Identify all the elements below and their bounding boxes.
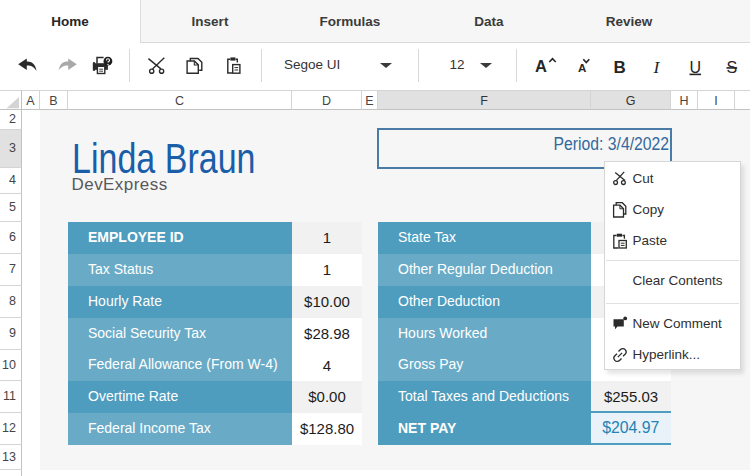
svg-text:S: S — [727, 59, 738, 76]
svg-text:A: A — [535, 57, 547, 75]
svg-text:A: A — [578, 62, 586, 74]
svg-text:I: I — [653, 57, 661, 77]
svg-text:U: U — [690, 59, 702, 76]
svg-text:B: B — [614, 58, 626, 77]
